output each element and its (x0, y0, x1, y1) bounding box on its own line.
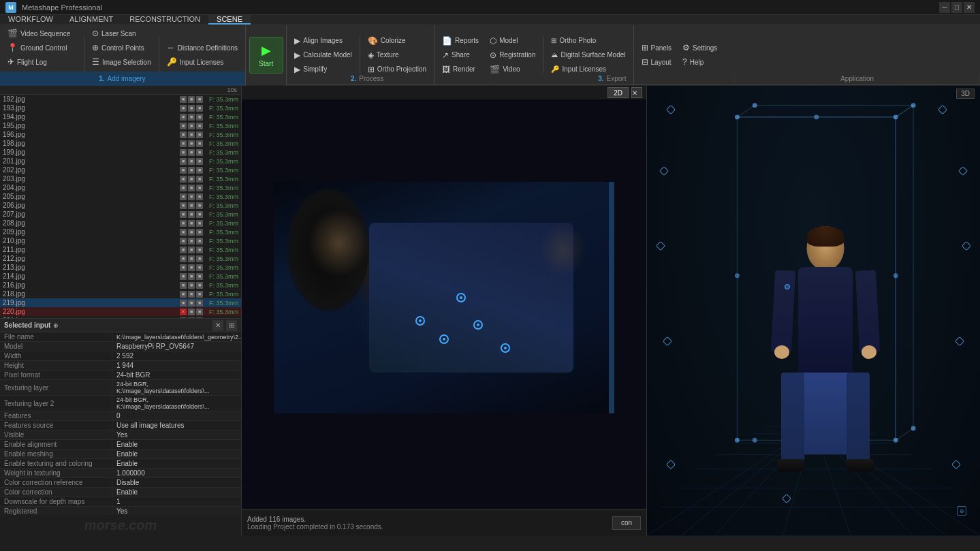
file-list[interactable]: 10s 192.jpg■■■F: 35.3mm 193.jpg■■■F: 35.… (0, 86, 241, 318)
list-item[interactable]: 192.jpg■■■F: 35.3mm (0, 95, 241, 104)
ortho-photo-btn[interactable]: ⊞ Ortho Photo (546, 34, 630, 48)
title-bar-controls: ─ □ ✕ (939, 2, 975, 13)
list-item[interactable]: 212.jpg■■■F: 35.3mm (0, 254, 241, 263)
list-item[interactable]: 209.jpg■■■F: 35.3mm (0, 227, 241, 236)
layout-btn[interactable]: ⊟ Layout (637, 55, 677, 69)
svg-point-23 (753, 103, 757, 108)
svg-point-28 (894, 273, 898, 278)
view-3d[interactable]: 3D (647, 86, 980, 536)
maximize-button[interactable]: □ (951, 2, 962, 13)
list-item[interactable]: 207.jpg■■■F: 35.3mm (0, 210, 241, 219)
list-item[interactable]: 193.jpg■■■F: 35.3mm (0, 104, 241, 112)
prop-row-color-correction-ref: Color correction reference Disable (0, 478, 241, 488)
image-view[interactable]: 2D ✕ (242, 86, 646, 509)
digital-surface-btn[interactable]: ⛰ Digital Surface Model (546, 48, 630, 62)
prop-row-visible: Visible Yes (0, 430, 241, 440)
calculate-model-btn[interactable]: ▶ Calculate Model (289, 48, 357, 62)
ribbon-tab-scene[interactable]: SCENE (208, 15, 251, 25)
control-point-3[interactable] (439, 334, 449, 344)
list-item[interactable]: 198.jpg■■■F: 35.3mm (0, 139, 241, 148)
view-close-button[interactable]: ✕ (631, 87, 642, 98)
list-item[interactable]: 199.jpg■■■F: 35.3mm (0, 148, 241, 157)
section-process[interactable]: 2. Process (245, 72, 490, 86)
list-item[interactable]: 201.jpg■■■F: 35.3mm (0, 157, 241, 166)
ribbon-tab-workflow[interactable]: WORKFLOW (0, 15, 61, 25)
svg-point-20 (894, 114, 898, 119)
control-point-2[interactable] (456, 293, 466, 302)
selected-input-content: File name K:\Image_layers\dataset\folder… (0, 332, 241, 515)
list-item[interactable]: 196.jpg■■■F: 35.3mm (0, 130, 241, 139)
laser-scan-btn[interactable]: ⊙ Laser Scan (87, 27, 156, 40)
close-button[interactable]: ✕ (964, 2, 975, 13)
selected-input-panel: Selected input ⊕ ✕ ⊞ File name K:\Image_… (0, 318, 241, 536)
confirm-button[interactable]: con (612, 516, 641, 530)
section-add-imagery[interactable]: 1. Add imagery (0, 72, 245, 86)
model-btn[interactable]: ⬡ Model (485, 34, 540, 48)
list-item[interactable]: 204.jpg■■■F: 35.3mm (0, 183, 241, 192)
icon-sm2: ■ (188, 96, 195, 103)
ground-control-btn[interactable]: 📍 Ground Control (3, 41, 81, 54)
selected-input-title: Selected input (4, 321, 50, 329)
list-item[interactable]: 194.jpg■■■F: 35.3mm (0, 112, 241, 121)
list-item[interactable]: 213.jpg■■■F: 35.3mm (0, 263, 241, 272)
list-item[interactable]: 208.jpg■■■F: 35.3mm (0, 219, 241, 227)
list-item[interactable]: 205.jpg■■■F: 35.3mm (0, 192, 241, 201)
section-application[interactable]: Application (735, 72, 980, 86)
image-selection-btn[interactable]: ☰ Image Selection (87, 55, 156, 69)
flight-log-btn[interactable]: ✈ Flight Log (3, 55, 81, 69)
control-point-5[interactable] (501, 343, 510, 353)
svg-point-27 (735, 273, 740, 278)
align-images-btn[interactable]: ▶ Align Images (289, 34, 357, 48)
ribbon-tab-reconstruction[interactable]: RECONSTRUCTION (121, 15, 208, 25)
prop-row-weight-texturing: Weight in texturing 1.000000 (0, 469, 241, 478)
ribbon-tab-alignment[interactable]: ALIGNMENT (61, 15, 121, 25)
control-point-1[interactable] (415, 316, 425, 326)
svg-point-22 (894, 438, 898, 443)
list-item[interactable]: 210.jpg■■■F: 35.3mm (0, 236, 241, 245)
watermark: morse.com (0, 515, 241, 536)
distance-definitions-btn[interactable]: ↔ Distance Definitions (162, 41, 242, 54)
settings-btn[interactable]: ⚙ Settings (678, 41, 722, 54)
minimize-button[interactable]: ─ (939, 2, 950, 13)
svg-point-19 (735, 114, 740, 119)
list-item[interactable]: 214.jpg■■■F: 35.3mm (0, 272, 241, 281)
control-points-btn[interactable]: ⊕ Control Points (87, 41, 156, 54)
list-item[interactable]: 211.jpg■■■F: 35.3mm (0, 245, 241, 254)
prop-row-color-correction: Color correction Enable (0, 488, 241, 497)
prop-row-texturing-layer: Texturing layer 24-bit BGR, K:\Image_lay… (0, 380, 241, 396)
center-panel: 2D ✕ (242, 86, 646, 536)
ribbon-area: WORKFLOW ALIGNMENT RECONSTRUCTION SCENE … (0, 15, 980, 71)
help-btn[interactable]: ? Help (678, 55, 722, 69)
share-btn[interactable]: ↗ Share (437, 48, 484, 62)
registration-btn[interactable]: ⊙ Registration (485, 48, 540, 62)
selected-input-close[interactable]: ✕ (212, 320, 223, 331)
control-point-4[interactable] (473, 320, 483, 330)
start-button[interactable]: ▶ Start (249, 37, 283, 74)
list-item-219[interactable]: 219.jpg■■■F: 35.3mm (0, 298, 241, 307)
svg-point-26 (753, 438, 757, 443)
colorize-btn[interactable]: 🎨 Colorize (363, 34, 431, 48)
texture-btn[interactable]: ◈ Texture (363, 48, 431, 62)
input-licenses-btn[interactable]: 🔑 Input Licenses (162, 55, 242, 69)
list-item[interactable]: 206.jpg■■■F: 35.3mm (0, 201, 241, 210)
prop-row-height: Height 1 944 (0, 361, 241, 371)
prop-row-enable-alignment: Enable alignment Enable (0, 440, 241, 450)
selected-input-expand[interactable]: ⊞ (226, 320, 237, 331)
selected-input-header: Selected input ⊕ ✕ ⊞ (0, 319, 241, 332)
list-item-220[interactable]: 220.jpg✕■■F: 35.3mm (0, 307, 241, 316)
title-bar-left: M Metashape Professional (5, 2, 102, 13)
view-3d-label: 3D (956, 89, 975, 99)
prop-row-model: Model RaspberryPi RP_OV5647 (0, 342, 241, 351)
reports-btn[interactable]: 📄 Reports (437, 34, 484, 48)
list-item[interactable]: 216.jpg■■■F: 35.3mm (0, 281, 241, 289)
panels-btn[interactable]: ⊞ Panels (637, 41, 677, 54)
list-item[interactable]: 195.jpg■■■F: 35.3mm (0, 121, 241, 130)
view-2d-button[interactable]: 2D (607, 87, 629, 98)
section-export[interactable]: 3. Export (490, 72, 736, 86)
prop-row-enable-texturing: Enable texturing and coloring Enable (0, 459, 241, 469)
list-item[interactable]: 202.jpg■■■F: 35.3mm (0, 166, 241, 174)
video-sequence-btn[interactable]: 🎬 Video Sequence (3, 27, 81, 40)
list-item[interactable]: 218.jpg■■■F: 35.3mm (0, 289, 241, 298)
left-panel: 10s 192.jpg■■■F: 35.3mm 193.jpg■■■F: 35.… (0, 86, 242, 536)
list-item[interactable]: 203.jpg■■■F: 35.3mm (0, 174, 241, 183)
